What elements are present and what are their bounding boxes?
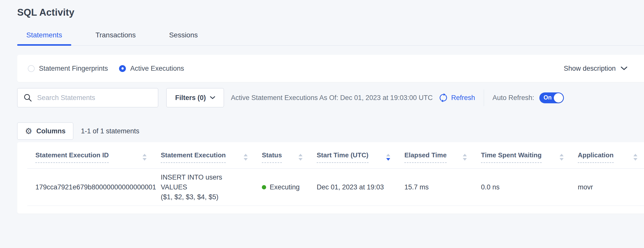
column-header-start-time[interactable]: Start Time (UTC) [317, 142, 404, 169]
column-header-time-spent-waiting[interactable]: Time Spent Waiting [481, 142, 578, 169]
columns-button[interactable]: ⚙ Columns [17, 122, 73, 140]
tab-transactions-label: Transactions [96, 31, 136, 39]
radio-circle-icon[interactable] [28, 65, 35, 72]
refresh-label: Refresh [451, 94, 475, 102]
sql-activity-page: SQL Activity Statements Transactions Ses… [0, 0, 644, 214]
radio-active-executions-label: Active Executions [130, 65, 184, 72]
statements-toolbar: Filters (0) Active Statement Executions … [17, 88, 644, 107]
tab-sessions-label: Sessions [169, 31, 198, 39]
toolbar-divider [484, 89, 484, 106]
cell-start-time: Dec 01, 2023 at 19:03 [317, 169, 404, 206]
tab-transactions[interactable]: Transactions [86, 31, 145, 45]
status-dot-icon [262, 185, 266, 189]
cell-time-spent-waiting: 0.0 ns [481, 169, 578, 206]
show-description-toggle[interactable]: Show description [564, 65, 627, 72]
column-header-statement-execution-id[interactable]: Statement Execution ID [27, 142, 161, 169]
column-header-label: Application [578, 151, 614, 163]
statements-table-card: Statement Execution ID Statement Executi… [17, 142, 644, 214]
radio-statement-fingerprints-label: Statement Fingerprints [39, 65, 108, 72]
column-header-application[interactable]: Application [578, 142, 644, 169]
cell-elapsed-time: 15.7 ms [404, 169, 481, 206]
toggle-knob[interactable] [554, 93, 563, 103]
chevron-down-icon [210, 96, 215, 99]
table-row[interactable]: 179cca7921e679b80000000000000001 INSERT … [27, 169, 644, 206]
sort-caret-icon[interactable] [560, 154, 564, 161]
page-title: SQL Activity [17, 7, 644, 18]
search-input[interactable] [37, 94, 152, 102]
search-box[interactable] [17, 88, 158, 107]
column-header-status[interactable]: Status [262, 142, 317, 169]
cell-status: Executing [262, 169, 317, 206]
auto-refresh-toggle-state: On [544, 94, 552, 101]
sort-caret-icon[interactable] [244, 154, 248, 161]
columns-button-label: Columns [36, 127, 66, 135]
column-header-label: Elapsed Time [404, 151, 447, 163]
chevron-down-icon [621, 66, 627, 70]
gear-icon: ⚙ [25, 127, 32, 135]
result-count: 1-1 of 1 statements [81, 127, 139, 135]
cell-statement[interactable]: INSERT INTO users VALUES ($1, $2, $3, $4… [161, 169, 262, 206]
sort-caret-icon[interactable] [633, 154, 637, 161]
show-description-label: Show description [564, 65, 616, 72]
sort-caret-icon[interactable] [298, 154, 303, 161]
refresh-icon [439, 93, 448, 102]
statement-text: INSERT INTO users VALUES ($1, $2, $3, $4… [161, 172, 248, 202]
status-label: Executing [270, 183, 300, 191]
sort-caret-icon[interactable] [386, 154, 390, 161]
as-of-timestamp: Active Statement Executions As Of: Dec 0… [231, 94, 433, 102]
active-executions-table: Statement Execution ID Statement Executi… [27, 142, 644, 206]
view-mode-card: Statement Fingerprints Active Executions… [17, 55, 644, 82]
table-controls-row: ⚙ Columns 1-1 of 1 statements [17, 122, 644, 140]
column-header-label: Statement Execution [161, 151, 226, 163]
sort-caret-icon[interactable] [143, 154, 147, 161]
column-header-label: Statement Execution ID [35, 151, 109, 163]
column-header-label: Start Time (UTC) [317, 151, 369, 163]
column-header-statement-execution[interactable]: Statement Execution [161, 142, 262, 169]
radio-statement-fingerprints[interactable]: Statement Fingerprints [28, 65, 108, 72]
column-header-label: Status [262, 151, 282, 163]
filters-button-label: Filters (0) [175, 94, 206, 102]
column-header-elapsed-time[interactable]: Elapsed Time [404, 142, 481, 169]
refresh-button[interactable]: Refresh [439, 93, 475, 102]
search-icon [24, 93, 32, 102]
column-header-label: Time Spent Waiting [481, 151, 542, 163]
cell-execution-id[interactable]: 179cca7921e679b80000000000000001 [27, 169, 161, 206]
tab-sessions[interactable]: Sessions [160, 31, 207, 45]
radio-circle-icon[interactable] [119, 65, 126, 72]
auto-refresh-toggle[interactable]: On [539, 92, 564, 103]
cell-application: movr [578, 169, 644, 206]
radio-active-executions[interactable]: Active Executions [119, 65, 184, 72]
sort-caret-icon[interactable] [463, 154, 467, 161]
table-header-row: Statement Execution ID Statement Executi… [27, 142, 644, 169]
filters-button[interactable]: Filters (0) [166, 88, 224, 107]
tab-statements-label: Statements [26, 31, 62, 39]
tab-bar: Statements Transactions Sessions [17, 31, 644, 46]
tab-statements[interactable]: Statements [17, 31, 71, 45]
auto-refresh-label: Auto Refresh: [493, 94, 534, 102]
